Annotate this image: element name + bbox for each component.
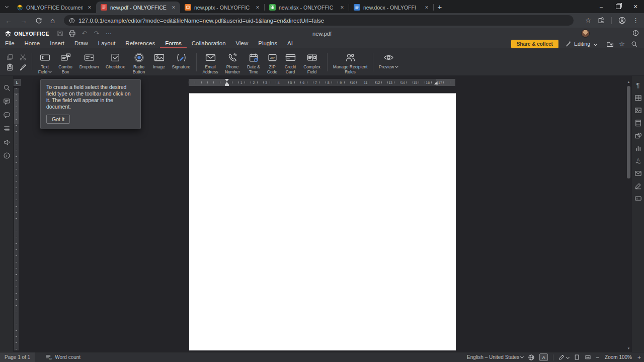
- menu-layout[interactable]: Layout: [93, 39, 121, 48]
- right-indent-marker[interactable]: [434, 82, 438, 84]
- spell-check-icon[interactable]: A: [539, 353, 548, 361]
- paste-icon[interactable]: [6, 63, 14, 71]
- editing-mode-dropdown[interactable]: Editing: [566, 41, 597, 47]
- left-indent-box-marker[interactable]: [225, 84, 229, 86]
- forward-icon[interactable]: →: [20, 17, 27, 25]
- menu-view[interactable]: View: [231, 39, 254, 48]
- menu-file[interactable]: File: [0, 39, 20, 48]
- url-bar[interactable]: 127.0.0.1/example/editor?mode=edit&fileN…: [64, 15, 574, 26]
- menu-collaboration[interactable]: Collaboration: [187, 39, 231, 48]
- copy-style-icon[interactable]: [19, 63, 27, 71]
- first-line-indent-marker[interactable]: [225, 79, 229, 81]
- got-it-button[interactable]: Got it: [46, 115, 70, 124]
- browser-tab-new-docx[interactable]: new.docx - ONLYOFFI ✕: [349, 2, 433, 13]
- open-file-location-icon[interactable]: [604, 40, 616, 48]
- image-button[interactable]: Image: [149, 51, 169, 75]
- more-actions-icon[interactable]: ⋯: [103, 29, 115, 38]
- image-settings-icon[interactable]: [634, 106, 642, 115]
- set-document-language-icon[interactable]: [528, 354, 535, 361]
- search-icon[interactable]: [2, 83, 11, 92]
- window-minimize-button[interactable]: –: [593, 0, 610, 13]
- feedback-icon[interactable]: [2, 137, 11, 146]
- browser-tab-new-xlsx[interactable]: new.xlsx - ONLYOFFIC ✕: [265, 2, 349, 13]
- print-icon[interactable]: [66, 29, 78, 38]
- text-art-settings-icon[interactable]: A: [634, 156, 642, 165]
- favorites-star-icon[interactable]: ☆: [616, 40, 628, 48]
- reload-icon[interactable]: [35, 17, 42, 24]
- horizontal-ruler[interactable]: 1234567891011121314151617: [189, 79, 455, 86]
- new-tab-button[interactable]: +: [434, 1, 446, 13]
- preview-button[interactable]: Preview: [376, 51, 400, 75]
- menu-home[interactable]: Home: [20, 39, 45, 48]
- tab-search-button[interactable]: [0, 0, 12, 12]
- tab-close-icon[interactable]: ✕: [339, 4, 346, 11]
- header-footer-settings-icon[interactable]: [634, 119, 642, 127]
- navigation-headings-icon[interactable]: [2, 124, 11, 133]
- menu-draw[interactable]: Draw: [69, 39, 93, 48]
- about-icon[interactable]: [2, 151, 11, 160]
- page-indicator[interactable]: Page 1 of 1: [0, 352, 35, 362]
- menu-forms[interactable]: Forms: [160, 39, 187, 48]
- vertical-ruler[interactable]: [14, 88, 19, 350]
- dropdown-button[interactable]: Dropdown: [76, 51, 102, 75]
- zoom-out-button[interactable]: −: [596, 354, 599, 361]
- paragraph-settings-icon[interactable]: ¶: [634, 81, 642, 89]
- home-icon[interactable]: ⌂: [50, 16, 55, 25]
- complex-field-button[interactable]: Complex Field: [300, 51, 324, 75]
- window-close-button[interactable]: ✕: [627, 0, 644, 13]
- back-icon[interactable]: ←: [5, 17, 12, 25]
- menu-plugins[interactable]: Plugins: [253, 39, 282, 48]
- radio-button-button[interactable]: Radio Button: [128, 51, 149, 75]
- search-icon[interactable]: [628, 40, 640, 48]
- scroll-down-icon[interactable]: ▼: [626, 345, 631, 351]
- phone-number-button[interactable]: Phone Number: [221, 51, 244, 75]
- text-field-button[interactable]: Text Field: [35, 51, 55, 75]
- chat-icon[interactable]: [2, 110, 11, 119]
- credit-card-button[interactable]: Credit Card: [281, 51, 300, 75]
- zoom-in-button[interactable]: +: [637, 354, 641, 361]
- extensions-icon[interactable]: [598, 17, 605, 24]
- form-settings-icon[interactable]: [634, 194, 642, 203]
- menu-ai[interactable]: AI: [282, 39, 298, 48]
- tab-stop-selector[interactable]: L: [14, 79, 21, 86]
- scroll-up-icon[interactable]: ▲: [626, 79, 631, 84]
- share-collect-button[interactable]: Share & collect: [511, 40, 558, 48]
- manage-recipient-roles-button[interactable]: Manage Recipient Roles: [331, 51, 370, 75]
- comments-icon[interactable]: [2, 97, 11, 106]
- checkbox-button[interactable]: Checkbox: [102, 51, 128, 75]
- tab-close-icon[interactable]: ✕: [86, 4, 93, 11]
- chart-settings-icon[interactable]: [634, 144, 642, 152]
- about-info-icon[interactable]: [632, 30, 639, 36]
- undo-icon[interactable]: ↶: [78, 29, 91, 38]
- track-changes-icon[interactable]: [558, 354, 569, 360]
- scrollbar-thumb[interactable]: [627, 86, 630, 178]
- browser-menu-icon[interactable]: ⋮: [632, 17, 639, 24]
- user-avatar[interactable]: [581, 29, 590, 38]
- fit-page-icon[interactable]: [574, 354, 580, 360]
- cut-icon[interactable]: [19, 53, 27, 61]
- fit-width-icon[interactable]: [585, 354, 591, 360]
- tab-close-icon[interactable]: ✕: [423, 4, 430, 11]
- shape-settings-icon[interactable]: [634, 131, 642, 140]
- menu-references[interactable]: References: [120, 39, 160, 48]
- mail-merge-settings-icon[interactable]: [634, 169, 642, 177]
- tab-close-icon[interactable]: ✕: [170, 4, 177, 11]
- window-restore-button[interactable]: [610, 0, 627, 13]
- site-info-icon[interactable]: [69, 18, 75, 24]
- language-selector[interactable]: English – United States: [467, 354, 523, 360]
- date-time-button[interactable]: Date & Time: [244, 51, 264, 75]
- signature-button[interactable]: Signature: [169, 51, 194, 75]
- email-address-button[interactable]: Email Address: [199, 51, 221, 75]
- vertical-scrollbar[interactable]: ▲ ▼: [626, 79, 631, 351]
- tab-close-icon[interactable]: ✕: [254, 4, 261, 11]
- signature-settings-icon[interactable]: [634, 182, 642, 190]
- menu-insert[interactable]: Insert: [45, 39, 69, 48]
- browser-tab-new-pptx[interactable]: new.pptx - ONLYOFFIC ✕: [180, 2, 264, 13]
- redo-icon[interactable]: ↷: [91, 29, 103, 38]
- table-settings-icon[interactable]: [634, 94, 642, 102]
- bookmark-star-icon[interactable]: ☆: [585, 17, 591, 24]
- zip-code-button[interactable]: ZIP ZIP Code: [264, 51, 281, 75]
- browser-tab-onlyoffice-home[interactable]: ONLYOFFICE Documen ✕: [12, 2, 96, 13]
- copy-icon[interactable]: [6, 53, 14, 61]
- word-count-button[interactable]: 123 Word count: [43, 352, 83, 362]
